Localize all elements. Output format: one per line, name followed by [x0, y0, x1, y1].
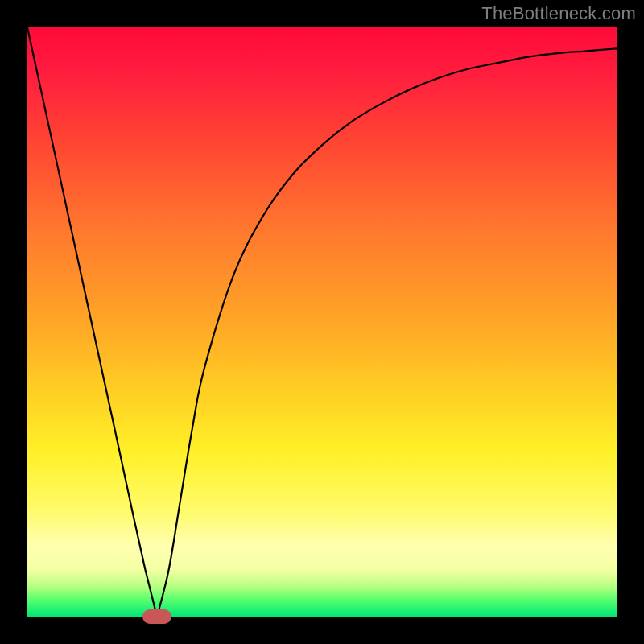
bottleneck-curve [27, 27, 617, 617]
plot-area [27, 27, 617, 617]
chart-frame: TheBottleneck.com [0, 0, 644, 644]
optimal-marker [142, 609, 171, 624]
watermark-text: TheBottleneck.com [481, 3, 636, 24]
